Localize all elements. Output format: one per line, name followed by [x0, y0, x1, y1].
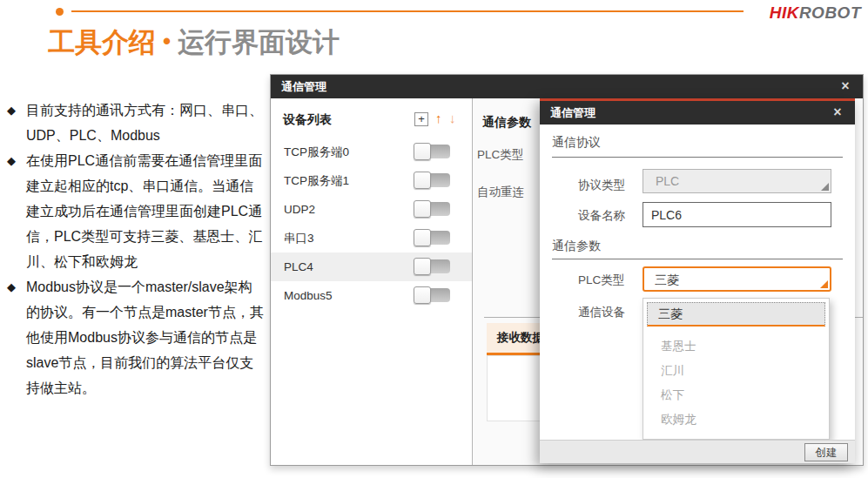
- close-icon[interactable]: ×: [837, 75, 854, 98]
- dropdown-option-omron[interactable]: 欧姆龙: [647, 408, 825, 431]
- dialog1-title: 通信管理: [281, 80, 326, 93]
- note-bullet-1: ◆ 目前支持的通讯方式有：网口、串口、UDP、PLC、Modbus: [7, 98, 265, 148]
- device-name: 串口3: [284, 232, 314, 245]
- device-name: PLC4: [284, 260, 313, 273]
- params-section-divider: [552, 259, 843, 259]
- dropdown-option-keyence[interactable]: 基恩士: [647, 335, 825, 358]
- protocol-type-value: PLC: [656, 174, 679, 188]
- toggle-switch-off[interactable]: [414, 173, 450, 187]
- comm-params-section-label: 通信参数: [482, 115, 531, 131]
- note-text: 在使用PLC通信前需要在通信管理里面建立起相应的tcp、串口通信。当通信建立成功…: [26, 153, 262, 269]
- page-title-primary: 工具介绍: [48, 27, 156, 57]
- dropdown-option-inovance[interactable]: 汇川: [647, 360, 825, 382]
- device-name: TCP服务端1: [284, 174, 349, 187]
- device-name: Modbus5: [284, 289, 333, 302]
- note-bullet-2: ◆ 在使用PLC通信前需要在通信管理里面建立起相应的tcp、串口通信。当通信建立…: [7, 148, 265, 274]
- device-list-pane: 设备列表 + ↑ ↓ TCP服务端0 TCP服务端1 UDP2: [271, 98, 473, 465]
- device-name: UDP2: [284, 203, 315, 216]
- toggle-knob: [414, 172, 431, 189]
- protocol-section-divider: [552, 157, 843, 158]
- device-row-tcp-server-0[interactable]: TCP服务端0: [271, 138, 472, 166]
- slide: HIKROBOT 工具介绍•运行界面设计 ◆ 目前支持的通讯方式有：网口、串口、…: [0, 0, 868, 478]
- device-list-title: 设备列表: [283, 112, 332, 126]
- toggle-switch-off[interactable]: [414, 202, 450, 216]
- select-corner-icon: [820, 280, 828, 288]
- move-down-icon[interactable]: ↓: [449, 111, 456, 125]
- device-list-header: 设备列表 + ↑ ↓: [283, 111, 463, 131]
- dialog2-title: 通信管理: [550, 106, 595, 119]
- plc-type-label: PLC类型: [477, 147, 523, 163]
- toggle-knob: [414, 200, 431, 218]
- toggle-knob: [414, 143, 431, 160]
- device-row-serial3[interactable]: 串口3: [271, 224, 472, 252]
- plc-type-select[interactable]: 三菱: [643, 266, 831, 292]
- device-row-plc4[interactable]: PLC4: [271, 252, 472, 281]
- select-corner-icon: [821, 183, 829, 191]
- page-title: 工具介绍•运行界面设计: [48, 24, 340, 61]
- toggle-knob: [414, 258, 431, 275]
- params-section-label: 通信参数: [552, 239, 601, 254]
- create-communication-dialog: 通信管理 × 通信协议 协议类型 PLC 设备名称 通信参数 PLC类型 三菱 …: [540, 98, 855, 463]
- device-name-label: 设备名称: [578, 208, 625, 224]
- diamond-bullet-icon: ◆: [7, 274, 16, 300]
- toggle-knob: [414, 229, 431, 246]
- dropdown-option-panasonic[interactable]: 松下: [647, 384, 825, 407]
- auto-reconnect-label: 自动重连: [477, 185, 524, 200]
- plc-type-value: 三菱: [655, 273, 679, 286]
- device-list: TCP服务端0 TCP服务端1 UDP2 串口3: [271, 138, 472, 310]
- diamond-bullet-icon: ◆: [7, 148, 16, 173]
- device-row-modbus5[interactable]: Modbus5: [271, 281, 472, 310]
- dialog2-footer: 创建: [540, 440, 855, 463]
- logo-hik: HIK: [770, 3, 799, 22]
- notes-panel: ◆ 目前支持的通讯方式有：网口、串口、UDP、PLC、Modbus ◆ 在使用P…: [7, 98, 265, 401]
- comm-device-label: 通信设备: [578, 305, 625, 320]
- toggle-knob: [414, 286, 431, 304]
- deco-dot: [56, 8, 64, 16]
- protocol-section-label: 通信协议: [552, 135, 601, 151]
- plc-type-field-label: PLC类型: [578, 273, 624, 288]
- toggle-switch-off[interactable]: [414, 259, 450, 273]
- dialog2-titlebar[interactable]: 通信管理 ×: [540, 101, 855, 125]
- toggle-switch-off[interactable]: [414, 231, 450, 245]
- plc-type-dropdown: 三菱 基恩士 汇川 松下 欧姆龙: [643, 298, 830, 440]
- logo-robot: ROBOT: [799, 3, 861, 22]
- note-bullet-3: ◆ Modbus协议是一个master/slave架构的协议。有一个节点是mas…: [7, 274, 265, 401]
- device-row-tcp-server-1[interactable]: TCP服务端1: [271, 166, 472, 195]
- move-up-icon[interactable]: ↑: [435, 111, 442, 125]
- toggle-switch-off[interactable]: [414, 145, 450, 158]
- title-separator-dot: •: [163, 28, 171, 54]
- dialog1-titlebar[interactable]: 通信管理 ×: [271, 75, 863, 98]
- deco-line: [71, 10, 744, 12]
- note-text: Modbus协议是一个master/slave架构的协议。有一个节点是maste…: [26, 279, 264, 395]
- device-row-udp2[interactable]: UDP2: [271, 195, 472, 224]
- create-button[interactable]: 创建: [804, 443, 848, 461]
- device-name: TCP服务端0: [284, 145, 349, 158]
- toggle-switch-off[interactable]: [414, 288, 450, 302]
- device-name-input[interactable]: [643, 202, 831, 227]
- dropdown-option-mitsubishi[interactable]: 三菱: [647, 302, 825, 327]
- note-text: 目前支持的通讯方式有：网口、串口、UDP、PLC、Modbus: [26, 103, 263, 143]
- diamond-bullet-icon: ◆: [7, 98, 16, 123]
- add-device-button[interactable]: +: [414, 112, 428, 126]
- close-icon[interactable]: ×: [829, 101, 846, 125]
- protocol-type-select[interactable]: PLC: [643, 169, 831, 193]
- hikrobot-logo: HIKROBOT: [770, 3, 861, 23]
- page-title-secondary: 运行界面设计: [178, 27, 340, 57]
- protocol-type-label: 协议类型: [578, 178, 625, 193]
